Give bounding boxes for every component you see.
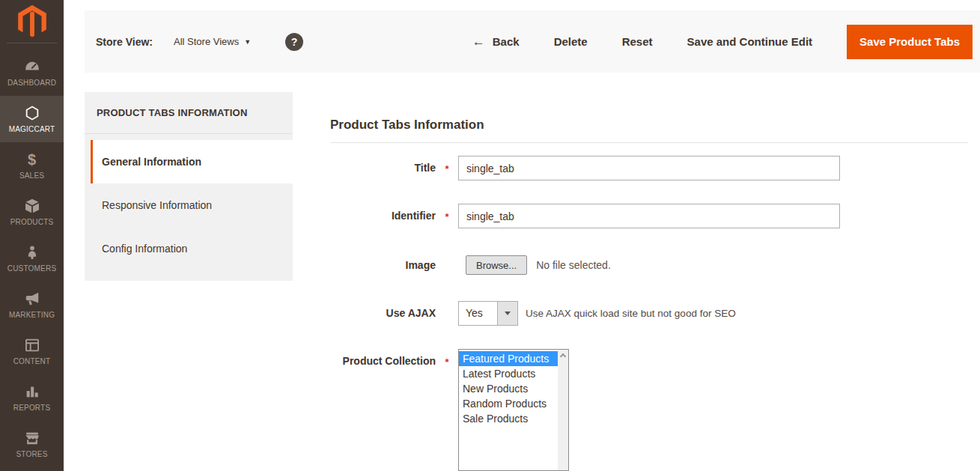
main-column: Store View: All Store Views ▼ ? ← Back D… xyxy=(64,0,980,471)
option-random-products[interactable]: Random Products xyxy=(459,396,568,411)
dashboard-icon xyxy=(24,58,40,75)
sidebar-item-reports[interactable]: REPORTS xyxy=(0,374,64,421)
save-continue-button[interactable]: Save and Continue Edit xyxy=(687,35,813,48)
use-ajax-select[interactable]: Yes xyxy=(458,301,518,326)
sidebar-item-sales[interactable]: $ SALES xyxy=(0,142,64,189)
select-dropdown-button[interactable] xyxy=(497,302,517,325)
product-collection-row: Product Collection * Featured Products L… xyxy=(330,349,968,471)
page-toolbar: Store View: All Store Views ▼ ? ← Back D… xyxy=(85,10,980,73)
sidebar-item-label: CUSTOMERS xyxy=(7,264,57,273)
content-region: PRODUCT TABS INFORMATION General Informa… xyxy=(64,73,980,471)
option-new-products[interactable]: New Products xyxy=(459,381,568,396)
listbox-options: Featured Products Latest Products New Pr… xyxy=(459,350,568,428)
magento-logo[interactable] xyxy=(0,0,64,43)
required-asterisk: * xyxy=(436,204,458,230)
sidebar-item-label: CONTENT xyxy=(13,357,51,365)
store-view-label: Store View: xyxy=(96,36,153,48)
image-label: Image xyxy=(330,255,436,275)
delete-button[interactable]: Delete xyxy=(554,35,588,48)
toolbar-actions: ← Back Delete Reset Save and Continue Ed… xyxy=(472,25,973,59)
tab-general-information[interactable]: General Information xyxy=(91,140,293,183)
product-collection-listbox[interactable]: Featured Products Latest Products New Pr… xyxy=(458,349,569,471)
sidebar-item-content[interactable]: CONTENT xyxy=(0,328,64,374)
sales-icon: $ xyxy=(28,151,36,168)
magento-logo-icon xyxy=(16,4,48,39)
option-featured-products[interactable]: Featured Products xyxy=(459,351,568,366)
page-title: Product Tabs Information xyxy=(330,118,968,133)
title-divider xyxy=(330,142,968,143)
identifier-row: Identifier * xyxy=(330,204,968,230)
title-input[interactable] xyxy=(458,156,840,180)
stores-icon xyxy=(24,430,40,446)
tab-responsive-information[interactable]: Responsive Information xyxy=(91,183,293,227)
tabs-list: General Information Responsive Informati… xyxy=(85,134,293,281)
sidebar-item-magiccart[interactable]: MAGICCART xyxy=(0,96,64,142)
store-view-value: All Store Views xyxy=(174,36,239,47)
magiccart-icon xyxy=(24,105,40,121)
store-view-switcher[interactable]: All Store Views ▼ xyxy=(174,36,251,47)
sidebar-nav: DASHBOARD MAGICCART $ SALES xyxy=(0,43,64,467)
required-asterisk: * xyxy=(436,156,458,182)
sidebar-item-products[interactable]: PRODUCTS xyxy=(0,189,64,235)
sidebar-item-label: DASHBOARD xyxy=(7,79,56,87)
identifier-input[interactable] xyxy=(458,204,840,228)
reports-icon xyxy=(24,383,40,400)
sidebar-item-label: MARKETING xyxy=(9,311,55,319)
caret-down-icon xyxy=(505,312,511,315)
save-product-tabs-button[interactable]: Save Product Tabs xyxy=(847,25,973,59)
use-ajax-row: Use AJAX Yes Use AJAX quick load site bu… xyxy=(330,301,968,326)
listbox-scrollbar[interactable] xyxy=(558,350,568,470)
form-area: Product Tabs Information Title * Identif… xyxy=(293,92,968,471)
title-label: Title xyxy=(330,156,436,180)
scroll-up-icon xyxy=(560,353,566,359)
sidebar-item-customers[interactable]: CUSTOMERS xyxy=(0,235,64,282)
chevron-down-icon: ▼ xyxy=(244,38,251,46)
admin-sidebar: DASHBOARD MAGICCART $ SALES xyxy=(0,0,64,471)
help-icon[interactable]: ? xyxy=(285,33,303,51)
use-ajax-note: Use AJAX quick load site but not good fo… xyxy=(526,301,736,326)
sidebar-item-label: PRODUCTS xyxy=(10,218,54,226)
file-status-text: No file selected. xyxy=(536,255,611,276)
sidebar-item-label: SALES xyxy=(19,171,44,180)
option-latest-products[interactable]: Latest Products xyxy=(459,366,568,381)
content-icon xyxy=(24,337,40,353)
sidebar-item-label: REPORTS xyxy=(13,404,51,412)
product-collection-label: Product Collection xyxy=(330,349,436,374)
use-ajax-label: Use AJAX xyxy=(330,301,436,326)
app-window: DASHBOARD MAGICCART $ SALES xyxy=(0,0,980,471)
sidebar-item-marketing[interactable]: MARKETING xyxy=(0,282,64,328)
title-row: Title * xyxy=(330,156,968,182)
back-button[interactable]: ← Back xyxy=(472,34,520,49)
option-sale-products[interactable]: Sale Products xyxy=(459,411,568,426)
image-row: Image Browse... No file selected. xyxy=(330,255,968,276)
required-asterisk: * xyxy=(436,349,458,375)
tab-config-information[interactable]: Config Information xyxy=(91,227,293,270)
sidebar-item-dashboard[interactable]: DASHBOARD xyxy=(0,49,64,96)
back-arrow-icon: ← xyxy=(472,34,485,49)
marketing-icon xyxy=(24,291,40,307)
identifier-label: Identifier xyxy=(330,204,436,228)
use-ajax-selected-value: Yes xyxy=(459,302,497,325)
products-icon xyxy=(24,198,40,214)
tabs-panel-header: PRODUCT TABS INFORMATION xyxy=(85,92,293,134)
sidebar-item-label: STORES xyxy=(16,450,47,458)
sidebar-item-label: MAGICCART xyxy=(9,125,55,133)
customers-icon xyxy=(24,244,40,261)
sidebar-item-stores[interactable]: STORES xyxy=(0,421,64,467)
browse-button[interactable]: Browse... xyxy=(466,255,527,275)
reset-button[interactable]: Reset xyxy=(622,35,653,48)
tabs-panel: PRODUCT TABS INFORMATION General Informa… xyxy=(85,92,293,281)
